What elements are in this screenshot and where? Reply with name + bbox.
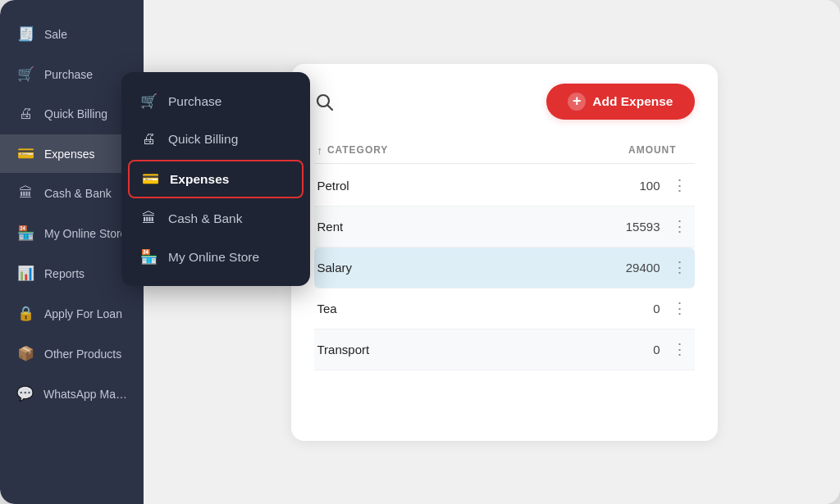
whatsapp-icon: 💬 xyxy=(16,385,34,402)
reports-icon: 📊 xyxy=(16,265,34,282)
sidebar-item-label: Apply For Loan xyxy=(44,307,122,320)
sidebar-item-label: Sale xyxy=(44,28,67,41)
dropdown-item-label: Cash & Bank xyxy=(168,211,242,226)
sidebar-item-sale[interactable]: 🧾 Sale xyxy=(0,15,144,53)
row-category: Salary xyxy=(317,261,353,275)
sidebar-item-label: My Online Store xyxy=(44,227,126,240)
sidebar-item-label: Reports xyxy=(44,267,84,280)
row-right: 0 ⋮ xyxy=(619,299,692,318)
row-right: 0 ⋮ xyxy=(619,340,692,359)
cash-bank-icon: 🏛 xyxy=(16,185,34,202)
row-category: Rent xyxy=(317,220,344,234)
sidebar-item-label: Purchase xyxy=(44,68,93,81)
row-right: 100 ⋮ xyxy=(619,176,692,195)
dropdown-item-label: Quick Billing xyxy=(168,132,238,147)
expenses-icon: 💳 xyxy=(16,145,34,162)
dropdown-item-cash-bank[interactable]: 🏛 Cash & Bank xyxy=(121,200,310,238)
sidebar-item-label: WhatsApp Marketing xyxy=(43,388,127,401)
dropdown-menu: 🛒 Purchase 🖨 Quick Billing 💳 Expenses 🏛 … xyxy=(121,72,310,286)
quick-billing-icon: 🖨 xyxy=(16,106,34,122)
dropdown-purchase-icon: 🛒 xyxy=(139,93,158,110)
table-row: Transport 0 ⋮ xyxy=(314,329,695,370)
dropdown-quick-billing-icon: 🖨 xyxy=(139,131,158,148)
row-menu-button[interactable]: ⋮ xyxy=(669,258,692,277)
row-amount: 0 xyxy=(619,302,660,316)
dropdown-item-quick-billing[interactable]: 🖨 Quick Billing xyxy=(121,120,310,158)
row-category: Tea xyxy=(317,302,337,316)
loan-icon: 🔒 xyxy=(16,305,34,322)
purchase-icon: 🛒 xyxy=(16,66,34,83)
column-header-category[interactable]: ↑ CATEGORY xyxy=(317,144,389,157)
my-online-store-icon: 🏪 xyxy=(16,225,34,242)
dropdown-expenses-icon: 💳 xyxy=(141,170,159,188)
table-row: Tea 0 ⋮ xyxy=(314,288,695,329)
panel-header: + Add Expense xyxy=(314,84,695,120)
category-column-label: CATEGORY xyxy=(327,144,388,156)
sort-arrow-icon: ↑ xyxy=(317,144,323,157)
plus-circle-icon: + xyxy=(568,93,586,111)
sidebar-item-other-products[interactable]: 📦 Other Products xyxy=(0,334,144,373)
row-amount: 15593 xyxy=(619,220,660,234)
sidebar-item-label: Quick Billing xyxy=(44,107,107,120)
dropdown-item-expenses[interactable]: 💳 Expenses xyxy=(128,160,304,198)
row-right: 29400 ⋮ xyxy=(619,258,692,277)
row-right: 15593 ⋮ xyxy=(619,217,692,236)
table-row: Petrol 100 ⋮ xyxy=(314,166,695,207)
dropdown-item-label: Purchase xyxy=(168,94,221,109)
row-category: Petrol xyxy=(317,179,349,193)
expense-table: Petrol 100 ⋮ Rent 15593 ⋮ Salary xyxy=(314,166,695,370)
other-products-icon: 📦 xyxy=(16,345,34,362)
sidebar-item-apply-for-loan[interactable]: 🔒 Apply For Loan xyxy=(0,294,144,333)
sidebar-item-label: Expenses xyxy=(44,148,94,161)
row-amount: 100 xyxy=(619,179,660,193)
app-screen: 🧾 Sale 🛒 Purchase 🖨 Quick Billing 💳 Expe… xyxy=(0,0,840,504)
row-category: Transport xyxy=(317,343,370,356)
sidebar-item-whatsapp-marketing[interactable]: 💬 WhatsApp Marketing xyxy=(0,375,144,413)
row-menu-button[interactable]: ⋮ xyxy=(669,299,692,318)
table-row: Salary 29400 ⋮ xyxy=(314,247,695,288)
sidebar-item-label: Other Products xyxy=(44,347,121,361)
table-row: Rent 15593 ⋮ xyxy=(314,207,695,247)
row-menu-button[interactable]: ⋮ xyxy=(669,176,692,195)
column-header-amount: AMOUNT xyxy=(628,144,676,157)
row-menu-button[interactable]: ⋮ xyxy=(669,217,692,236)
sale-icon: 🧾 xyxy=(16,25,34,43)
search-button[interactable] xyxy=(314,92,334,111)
dropdown-item-label: Expenses xyxy=(170,172,229,187)
row-amount: 0 xyxy=(619,343,660,356)
row-menu-button[interactable]: ⋮ xyxy=(669,340,692,359)
dropdown-my-online-store-icon: 🏪 xyxy=(139,248,158,266)
dropdown-item-purchase[interactable]: 🛒 Purchase xyxy=(121,82,310,120)
dropdown-cash-bank-icon: 🏛 xyxy=(139,211,158,227)
search-icon xyxy=(314,92,334,111)
row-amount: 29400 xyxy=(619,261,660,275)
add-expense-label: Add Expense xyxy=(592,94,673,109)
add-expense-button[interactable]: + Add Expense xyxy=(546,84,694,120)
table-header: ↑ CATEGORY AMOUNT xyxy=(314,138,695,164)
sidebar-item-label: Cash & Bank xyxy=(44,187,112,200)
expense-panel: + Add Expense ↑ CATEGORY AMOUNT Petrol xyxy=(291,64,718,441)
svg-line-1 xyxy=(327,105,332,110)
dropdown-item-label: My Online Store xyxy=(168,250,259,265)
dropdown-item-my-online-store[interactable]: 🏪 My Online Store xyxy=(121,238,310,276)
